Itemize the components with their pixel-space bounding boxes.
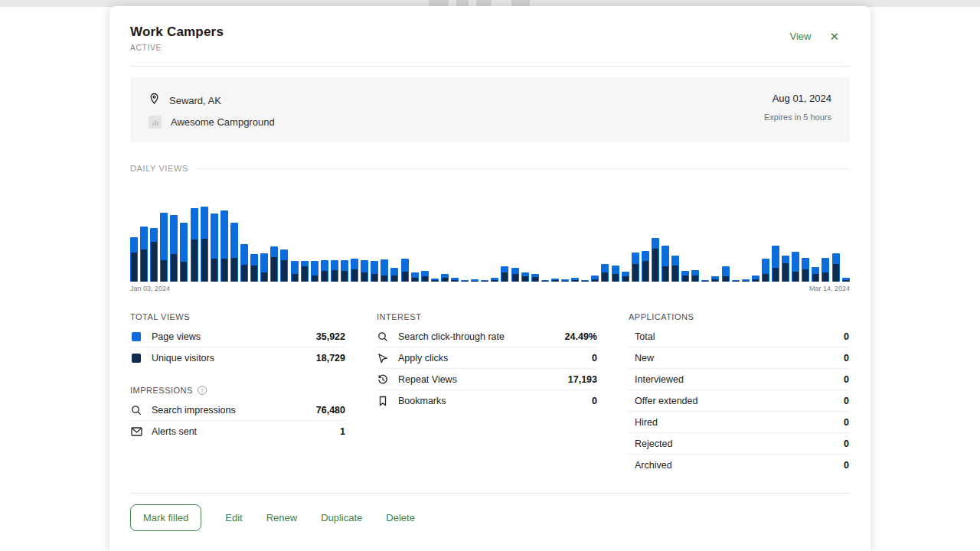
stat-value: 24.49% bbox=[565, 331, 597, 342]
chart-bar bbox=[802, 258, 809, 282]
view-link[interactable]: View bbox=[789, 31, 811, 42]
chart-bar bbox=[260, 253, 268, 282]
stat-row: Unique visitors 18,729 bbox=[130, 347, 345, 369]
stat-value: 0 bbox=[844, 331, 849, 342]
location-pin-icon bbox=[149, 93, 160, 108]
column-interest: INTEREST Search click-through rate 24.49… bbox=[377, 312, 597, 476]
mark-filled-button[interactable]: Mark filled bbox=[130, 504, 201, 531]
chart-bar bbox=[561, 279, 569, 282]
chart-bar bbox=[531, 274, 539, 282]
chart-bar bbox=[461, 280, 469, 282]
cursor-icon bbox=[377, 353, 389, 364]
chart-bar bbox=[240, 244, 248, 282]
chart-bar bbox=[230, 223, 238, 282]
chart-bar bbox=[762, 259, 769, 282]
column-applications: APPLICATIONS Total 0 New 0 Interviewed 0… bbox=[629, 312, 849, 476]
chart-bar bbox=[521, 272, 529, 282]
chart-bar bbox=[832, 253, 840, 282]
stat-value: 35,922 bbox=[316, 331, 345, 342]
chart-bar bbox=[691, 270, 699, 282]
chart-bar bbox=[201, 207, 208, 282]
application-row: Interviewed 0 bbox=[629, 369, 849, 390]
stat-label: Hired bbox=[635, 417, 844, 428]
footer-divider bbox=[130, 493, 850, 494]
job-listing-modal: Work Campers ACTIVE View ✕ Seward, AK bbox=[109, 6, 871, 551]
stat-label: Rejected bbox=[635, 439, 844, 449]
application-row: Rejected 0 bbox=[629, 433, 849, 455]
chart-bar bbox=[541, 280, 549, 282]
column-total-views-impressions: TOTAL VIEWS Page views 35,922 Unique vis… bbox=[130, 312, 345, 476]
chart-bar bbox=[642, 251, 649, 282]
chart-bar bbox=[591, 276, 599, 282]
chart-bar bbox=[671, 256, 679, 282]
stat-label: Offer extended bbox=[635, 396, 844, 406]
chart-bar bbox=[782, 256, 789, 282]
chart-bar bbox=[632, 253, 639, 282]
delete-button[interactable]: Delete bbox=[386, 512, 415, 523]
total-views-title: TOTAL VIEWS bbox=[130, 312, 345, 321]
section-rule bbox=[196, 168, 850, 169]
unique-visitors-swatch bbox=[132, 354, 141, 363]
chart-bar bbox=[301, 261, 309, 282]
impressions-title: IMPRESSIONS bbox=[130, 386, 193, 395]
renew-button[interactable]: Renew bbox=[266, 512, 297, 523]
posting-date: Aug 01, 2024 bbox=[764, 93, 831, 104]
stat-label: Total bbox=[635, 331, 844, 342]
chart-bar bbox=[291, 261, 299, 282]
daily-views-chart bbox=[130, 205, 850, 282]
stat-row: Search impressions 76,480 bbox=[130, 399, 345, 421]
stat-value: 17,193 bbox=[568, 374, 597, 385]
stat-row: Search click-through rate 24.49% bbox=[377, 326, 597, 347]
stat-label: Bookmarks bbox=[398, 396, 592, 406]
stat-row: Repeat Views 17,193 bbox=[377, 369, 597, 390]
chart-bar bbox=[652, 238, 659, 282]
stat-value: 0 bbox=[844, 417, 849, 428]
chart-bar bbox=[371, 261, 378, 282]
application-row: Hired 0 bbox=[629, 412, 849, 433]
chart-bar bbox=[752, 276, 760, 282]
chart-bar bbox=[211, 214, 218, 282]
stat-label: New bbox=[635, 353, 844, 364]
stat-row: Page views 35,922 bbox=[130, 326, 345, 347]
listing-location: Seward, AK bbox=[169, 95, 221, 106]
stat-label: Archived bbox=[635, 460, 844, 471]
chart-bar bbox=[662, 246, 669, 282]
chart-bar bbox=[351, 259, 358, 282]
chart-bar bbox=[390, 268, 398, 282]
chart-bar bbox=[421, 271, 429, 282]
mail-icon bbox=[130, 427, 142, 436]
stat-value: 76,480 bbox=[316, 405, 345, 416]
chart-bar bbox=[711, 276, 719, 282]
company-name: Awesome Campground bbox=[171, 116, 275, 128]
chart-bar bbox=[471, 279, 479, 282]
chart-bar bbox=[431, 279, 439, 282]
close-icon[interactable]: ✕ bbox=[829, 31, 839, 42]
search-icon bbox=[130, 405, 142, 416]
page-title: Work Campers bbox=[130, 24, 224, 40]
page-views-swatch bbox=[132, 332, 141, 341]
history-icon bbox=[377, 374, 389, 385]
stats-grid: TOTAL VIEWS Page views 35,922 Unique vis… bbox=[130, 312, 850, 476]
stat-label: Repeat Views bbox=[398, 374, 568, 385]
chart-bar bbox=[160, 213, 168, 282]
stat-row: Apply clicks 0 bbox=[377, 347, 597, 369]
chart-bar bbox=[701, 280, 709, 282]
chart-bar bbox=[732, 280, 740, 282]
chart-bar bbox=[130, 237, 138, 282]
chart-bar bbox=[361, 260, 368, 282]
stat-value: 0 bbox=[592, 353, 597, 364]
stat-value: 0 bbox=[844, 396, 849, 406]
chart-bar bbox=[401, 259, 409, 282]
edit-button[interactable]: Edit bbox=[225, 512, 242, 523]
chart-bar bbox=[451, 278, 459, 282]
chart-bar bbox=[180, 223, 188, 282]
duplicate-button[interactable]: Duplicate bbox=[321, 512, 362, 523]
status-badge: ACTIVE bbox=[130, 44, 224, 52]
chart-start-date: Jan 03, 2024 bbox=[130, 285, 170, 292]
stat-label: Interviewed bbox=[635, 374, 844, 385]
chart-bar bbox=[622, 272, 629, 282]
daily-views-label: DAILY VIEWS bbox=[130, 164, 188, 173]
help-icon[interactable]: ? bbox=[198, 386, 207, 395]
chart-bar bbox=[270, 246, 278, 282]
applications-title: APPLICATIONS bbox=[629, 312, 849, 321]
